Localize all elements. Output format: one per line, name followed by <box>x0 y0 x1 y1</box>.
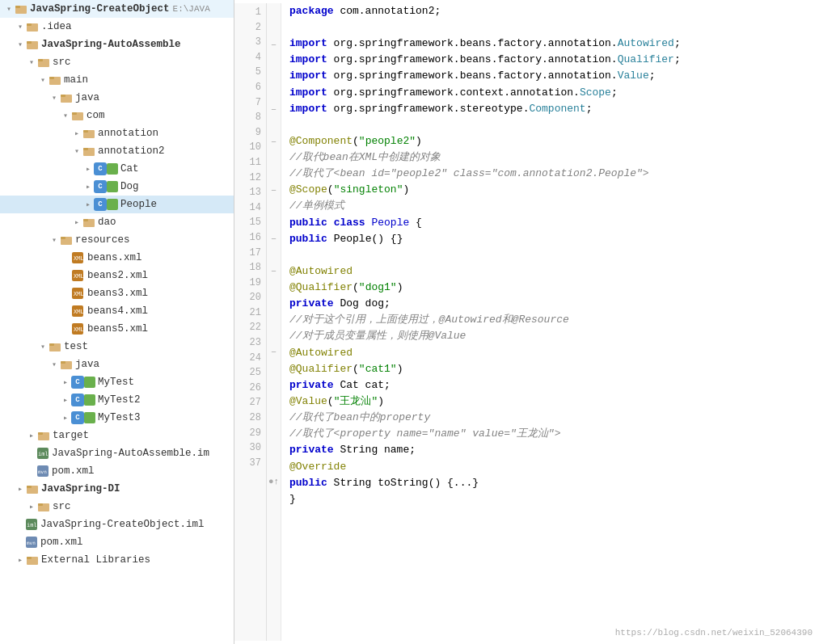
sidebar-label-com: com <box>87 110 105 121</box>
tree-arrow-mytest3 <box>60 412 71 423</box>
sidebar-label-src: src <box>53 57 71 68</box>
file-tree[interactable]: JavaSpring-CreateObjectE:\JAVA.ideaJavaS… <box>0 0 234 644</box>
tree-arrow-target <box>26 430 37 441</box>
gutter-17[interactable]: − <box>267 263 281 280</box>
folder-icon-src <box>37 56 50 69</box>
sidebar-item-idea[interactable]: .idea <box>0 18 234 36</box>
sidebar-item-mytest3[interactable]: CMyTest3 <box>0 409 234 427</box>
sidebar-label-dog: Dog <box>120 181 139 192</box>
gutter-22[interactable]: − <box>267 344 281 360</box>
line-number-21: 21 <box>234 305 261 321</box>
line-number-7: 7 <box>234 95 261 111</box>
gutter-7[interactable]: − <box>267 102 281 118</box>
sidebar-label-mytest: MyTest <box>98 377 134 388</box>
sidebar-item-main[interactable]: main <box>0 71 234 89</box>
sidebar-item-autoassemble-iml[interactable]: imlJavaSpring-AutoAssemble.im <box>0 444 234 462</box>
tree-arrow-cat <box>82 163 94 175</box>
code-line-9: @Component("people2") <box>289 133 811 149</box>
code-content[interactable]: package com.annotation2;import org.sprin… <box>281 3 819 641</box>
folder-icon-annotation2 <box>82 145 95 158</box>
sidebar-label-javaspring-createobject: JavaSpring-CreateObject <box>30 3 170 15</box>
sidebar-label-beans3-xml: beans3.xml <box>87 288 148 299</box>
sidebar-item-test-java[interactable]: java <box>0 356 234 373</box>
sidebar-label-test-java: java <box>75 359 99 370</box>
folder-icon-resources <box>60 234 73 246</box>
folder-icon-test <box>49 340 61 353</box>
tree-arrow-beans-xml <box>60 252 71 263</box>
gutter-12[interactable]: − <box>267 183 281 199</box>
sidebar-item-java[interactable]: java <box>0 89 234 107</box>
svg-rect-18 <box>109 166 116 172</box>
code-line-3: import org.springframework.beans.factory… <box>289 36 811 52</box>
sidebar-label-annotation2: annotation2 <box>98 145 165 157</box>
sidebar-item-mytest[interactable]: CMyTest <box>0 373 234 391</box>
code-tokens-21: //对于成员变量属性，则使用@Value <box>289 328 466 344</box>
sidebar-label-idea: .idea <box>41 21 72 32</box>
java-deco-cat <box>107 163 118 175</box>
gutter-15[interactable]: − <box>267 231 281 247</box>
gutter-9[interactable]: − <box>267 134 281 150</box>
sidebar-label-root-pom: pom.xml <box>40 537 83 548</box>
sidebar-item-dao[interactable]: dao <box>0 213 234 231</box>
sidebar-item-beans5-xml[interactable]: XMLbeans5.xml <box>0 320 234 338</box>
sidebar-item-resources[interactable]: resources <box>0 231 234 249</box>
sidebar-item-people[interactable]: CPeople <box>0 196 234 213</box>
tree-arrow-resources <box>49 234 60 246</box>
sidebar-label-annotation: annotation <box>98 128 158 139</box>
svg-rect-39 <box>87 379 93 385</box>
tree-arrow-beans3-xml <box>60 288 71 299</box>
code-line-21: //对于成员变量属性，则使用@Value <box>289 328 811 344</box>
sidebar-item-test[interactable]: test <box>0 338 234 356</box>
sidebar-item-root-pom[interactable]: mvnpom.xml <box>0 533 234 551</box>
folder-icon-annotation <box>82 127 95 140</box>
code-tokens-15: public People() {} <box>289 231 403 247</box>
code-tokens-6: import org.springframework.context.annot… <box>289 85 618 101</box>
line-number-1: 1 <box>234 5 261 20</box>
sidebar-item-target[interactable]: target <box>0 427 234 444</box>
sidebar-item-beans-xml[interactable]: XMLbeans.xml <box>0 249 234 267</box>
sidebar-item-annotation2[interactable]: annotation2 <box>0 142 234 160</box>
sidebar-hint-javaspring-createobject: E:\JAVA <box>173 4 210 14</box>
svg-rect-41 <box>87 415 93 421</box>
gutter-30[interactable]: ●↑ <box>267 474 281 490</box>
sidebar-label-beans4-xml: beans4.xml <box>87 305 148 317</box>
sidebar-item-mytest2[interactable]: CMyTest2 <box>0 391 234 409</box>
sidebar-label-autoassemble-iml: JavaSpring-AutoAssemble.im <box>52 448 209 459</box>
tree-arrow-idea <box>15 21 26 32</box>
code-tokens-24: private Cat cat; <box>289 377 391 394</box>
sidebar-item-javaspring-autoassemble[interactable]: JavaSpring-AutoAssemble <box>0 36 234 53</box>
code-line-19: private Dog dog; <box>289 296 811 312</box>
folder-icon-external-libs <box>26 554 39 566</box>
sidebar-item-createobj-iml[interactable]: imlJavaSpring-CreateObject.iml <box>0 516 234 533</box>
code-tokens-13: //单例模式 <box>289 198 344 214</box>
code-line-22: @Autowired <box>289 345 811 361</box>
code-line-15: public People() {} <box>289 231 811 247</box>
svg-rect-7 <box>38 59 43 61</box>
sidebar-label-beans2-xml: beans2.xml <box>87 270 148 281</box>
code-line-13: //单例模式 <box>289 198 811 214</box>
sidebar-item-annotation[interactable]: annotation <box>0 124 234 142</box>
gutter-3[interactable]: − <box>267 37 281 53</box>
line-number-11: 11 <box>234 155 261 170</box>
code-tokens-14: public class People { <box>289 215 422 231</box>
sidebar-item-javaspring-createobject[interactable]: JavaSpring-CreateObjectE:\JAVA <box>0 0 234 18</box>
tree-arrow-beans5-xml <box>60 323 71 335</box>
svg-text:iml: iml <box>38 451 49 457</box>
iml-icon-createobj-iml: iml <box>26 519 37 530</box>
sidebar-item-di-src[interactable]: src <box>0 498 234 516</box>
sidebar-item-cat[interactable]: CCat <box>0 160 234 178</box>
tree-arrow-annotation2 <box>71 145 82 157</box>
sidebar-item-pom-xml[interactable]: mvnpom.xml <box>0 462 234 480</box>
sidebar-item-beans3-xml[interactable]: XMLbeans3.xml <box>0 284 234 302</box>
code-tokens-26: //取代了bean中的property <box>289 410 430 426</box>
folder-icon-javaspring-createobject <box>15 2 27 15</box>
xml-icon-beans4-xml: XML <box>71 305 84 318</box>
folder-icon-main <box>49 74 61 86</box>
sidebar-item-beans2-xml[interactable]: XMLbeans2.xml <box>0 267 234 284</box>
sidebar-item-javaspring-di[interactable]: JavaSpring-DI <box>0 480 234 498</box>
sidebar-item-src[interactable]: src <box>0 53 234 71</box>
sidebar-item-dog[interactable]: CDog <box>0 178 234 196</box>
sidebar-item-beans4-xml[interactable]: XMLbeans4.xml <box>0 302 234 320</box>
sidebar-item-com[interactable]: com <box>0 107 234 124</box>
sidebar-item-external-libs[interactable]: External Libraries <box>0 551 234 569</box>
